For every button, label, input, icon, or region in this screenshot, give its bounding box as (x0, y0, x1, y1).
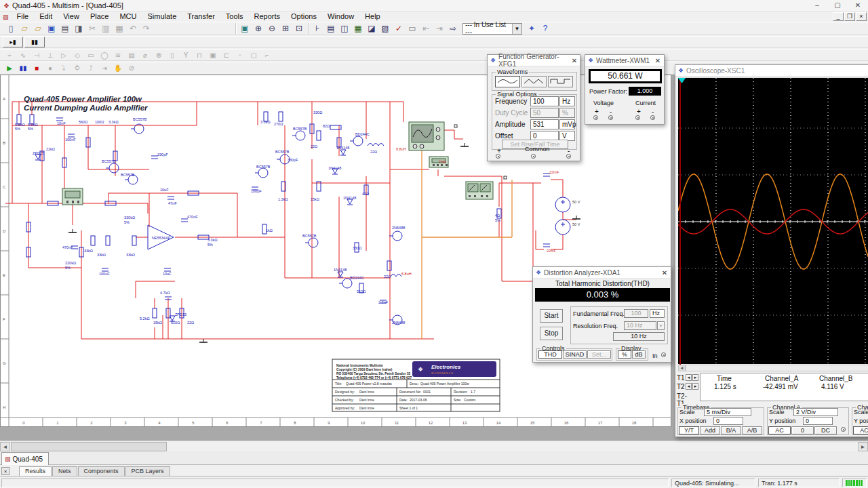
step-over-icon[interactable]: ⥁ (71, 62, 84, 74)
function-generator-titlebar[interactable]: ❖ Function Generator-XFG1 ✕ (488, 55, 580, 66)
voltage-plus-terminal[interactable] (593, 115, 598, 120)
scope-scrollbar[interactable]: ◄ (678, 365, 868, 371)
new-file-icon[interactable]: ▯ (4, 23, 18, 35)
advanced-peripherals-icon[interactable]: ▯ (165, 49, 179, 61)
misc-component-icon[interactable]: ⊗ (152, 49, 165, 61)
ac-button[interactable]: AC (853, 426, 868, 434)
menu-edit[interactable]: Edit (34, 12, 58, 22)
current-plus-terminal[interactable] (635, 115, 640, 120)
maximize-button[interactable]: ▢ (827, 0, 848, 11)
menu-simulate[interactable]: Simulate (142, 12, 182, 22)
resolution-freq-select[interactable]: 10 Hz (624, 321, 656, 330)
open-sample-icon[interactable]: ▱ (31, 23, 45, 35)
run-simulation-icon[interactable]: ▶ (3, 62, 16, 74)
breakpoint-icon[interactable]: ✋ (111, 62, 125, 74)
wattmeter-titlebar[interactable]: ❖ Wattmeter-XWM1 ✕ (585, 55, 664, 66)
source-component-icon[interactable]: ÷ (3, 49, 16, 61)
copy-icon[interactable]: ▥ (99, 23, 113, 35)
--button[interactable]: % (618, 350, 631, 359)
minus-terminal[interactable] (566, 154, 571, 159)
resolution-dropdown-icon[interactable]: ▼ (657, 321, 665, 330)
function-generator-window[interactable]: ❖ Function Generator-XFG1 ✕ Waveforms Si… (487, 54, 580, 161)
run-switch-icon[interactable]: ▸▮ (3, 37, 23, 47)
timebase-scale-input[interactable]: 5 ms/Div (704, 408, 751, 416)
xposition-input[interactable]: 0 (713, 417, 743, 425)
mixed-component-icon[interactable]: ≋ (111, 49, 125, 61)
distortion-analyzer-titlebar[interactable]: ❖ Distortion Analyzer-XDA1 ✕ (533, 267, 671, 279)
scrollbar-thumb[interactable] (11, 442, 167, 451)
undo-icon[interactable]: ↶ (126, 23, 140, 35)
distortion-analyzer-window[interactable]: ❖ Distortion Analyzer-XDA1 ✕ Total Harmo… (532, 266, 671, 363)
current-minus-terminal[interactable] (650, 115, 655, 120)
spreadsheet-tab-results[interactable]: Results (19, 466, 52, 476)
thd-button[interactable]: THD (538, 350, 562, 359)
stop-simulation-icon[interactable]: ■ (30, 62, 43, 74)
common-terminal[interactable] (531, 154, 536, 159)
start-button[interactable]: Start (540, 309, 563, 323)
grapher-icon[interactable]: ◪ (365, 23, 378, 35)
paste-icon[interactable]: ▦ (113, 23, 126, 35)
spreadsheet-tab-pcb-layers[interactable]: PCB Layers (125, 466, 170, 476)
forward-annotate-icon[interactable]: ⇥ (433, 23, 446, 35)
region-icon[interactable]: ▭ (406, 23, 419, 35)
oscilloscope-window[interactable]: ❖ Oscilloscope-XSC1 ◄ T1 ◄ ► T2 ◄ ► T2-T… (675, 64, 868, 437)
menu-transfer[interactable]: Transfer (182, 12, 220, 22)
amplitude-unit[interactable]: mVp (559, 119, 575, 129)
basic-component-icon[interactable]: ∿ (16, 49, 30, 61)
hierarchy-icon[interactable]: ⊦ (311, 23, 324, 35)
print-icon[interactable]: ▤ (58, 23, 72, 35)
redo-icon[interactable]: ↷ (140, 23, 153, 35)
menu-reports[interactable]: Reports (249, 12, 286, 22)
spreadsheet-icon[interactable]: ▤ (324, 23, 338, 35)
menu-file[interactable]: File (12, 12, 35, 22)
ni-component-icon[interactable]: ▣ (206, 49, 220, 61)
minimize-button[interactable]: – (807, 0, 827, 11)
close-button[interactable]: ✕ (848, 0, 868, 11)
postprocessor-icon[interactable]: ▧ (378, 23, 392, 35)
dc-button[interactable]: DC (814, 426, 837, 434)
hierarchical-block-icon[interactable]: ▢ (247, 49, 260, 61)
help-icon[interactable]: ? (538, 23, 552, 35)
document-tab[interactable]: ▨ Quad-405 (1, 452, 49, 465)
run-to-cursor-icon[interactable]: ⇥ (98, 62, 111, 74)
mdi-minimize-button[interactable]: _ (833, 12, 844, 21)
b-a-button[interactable]: B/A (721, 426, 741, 434)
power-component-icon[interactable]: ⌀ (138, 49, 152, 61)
set--button[interactable]: Set... (587, 350, 611, 359)
misc-digital-icon[interactable]: ◯ (98, 49, 111, 61)
indicator-component-icon[interactable]: ▤ (125, 49, 138, 61)
in-terminal[interactable] (661, 352, 666, 357)
breadboard-icon[interactable]: ▦ (351, 23, 365, 35)
back-annotate-icon[interactable]: ⇤ (419, 23, 433, 35)
pause-simulation-icon[interactable]: ▮▮ (16, 62, 30, 74)
menu-tools[interactable]: Tools (220, 12, 249, 22)
menu-help[interactable]: Help (359, 12, 386, 22)
t2-right-icon[interactable]: ► (692, 383, 698, 390)
education-icon[interactable]: ✦ (525, 23, 538, 35)
cut-icon[interactable]: ✂ (85, 23, 99, 35)
fullscreen-icon[interactable]: ▣ (238, 23, 252, 35)
cmos-component-icon[interactable]: ▭ (84, 49, 98, 61)
close-icon[interactable]: ✕ (652, 57, 664, 64)
record-icon[interactable]: ● (43, 62, 57, 74)
mcu-icon[interactable]: ▫ (233, 49, 247, 61)
connector-icon[interactable]: ⊏ (220, 49, 233, 61)
amplitude-input[interactable]: 531 (530, 119, 559, 129)
zoom-area-icon[interactable]: ⊞ (279, 23, 292, 35)
diode-component-icon[interactable]: ⊣ (30, 49, 43, 61)
menu-place[interactable]: Place (85, 12, 115, 22)
export-icon[interactable]: ⇨ (446, 23, 460, 35)
t1-right-icon[interactable]: ► (692, 374, 698, 381)
title-bar[interactable]: ❖ Quad-405 - Multisim - [Quad-405] – ▢ ✕ (0, 0, 868, 12)
print-preview-icon[interactable]: ◨ (72, 23, 85, 35)
db-button[interactable]: dB (632, 350, 646, 359)
menu-mcu[interactable]: MCU (114, 12, 142, 22)
square-waveform-button[interactable] (548, 76, 573, 87)
pause-switch-icon[interactable]: ▮▮ (24, 37, 45, 47)
t1-left-icon[interactable]: ◄ (686, 374, 692, 381)
spreadsheet-tab-components[interactable]: Components (78, 466, 125, 476)
remove-breakpoint-icon[interactable]: ⊘ (125, 62, 138, 74)
canvas-horizontal-scrollbar[interactable]: ◄ ► (0, 441, 868, 451)
channel-a-scale-input[interactable]: 2 V/Div (793, 408, 838, 416)
analog-component-icon[interactable]: ▷ (57, 49, 71, 61)
